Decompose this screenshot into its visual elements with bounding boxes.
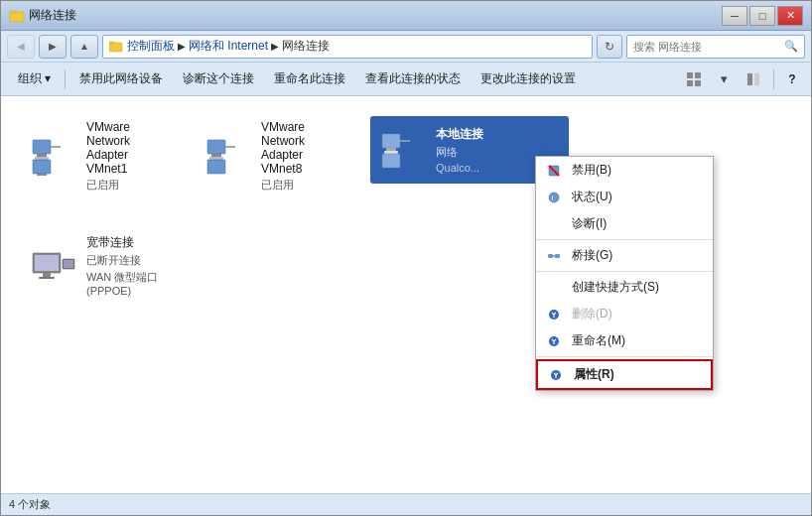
title-bar-left: 网络连接 — [9, 7, 76, 24]
up-button[interactable]: ▲ — [70, 35, 98, 59]
svg-rect-8 — [747, 73, 752, 85]
breadcrumb-icon — [109, 41, 123, 53]
details-panel-button[interactable] — [741, 67, 766, 91]
svg-point-34 — [549, 193, 559, 202]
vmnet8-status: 已启用 — [261, 178, 346, 193]
svg-rect-0 — [10, 12, 24, 22]
svg-rect-1 — [10, 11, 16, 13]
toolbar-right: ▾ ? — [681, 66, 803, 92]
search-bar: 🔍 — [626, 35, 805, 59]
title-buttons: ─ □ ✕ — [722, 6, 803, 26]
ctx-rename-label: 重命名(M) — [572, 332, 625, 349]
breadcrumb-current: 网络连接 — [282, 38, 330, 55]
ctx-delete: 删除(D) — [536, 301, 713, 327]
search-icon: 🔍 — [784, 40, 798, 53]
svg-rect-19 — [207, 160, 225, 174]
ctx-bridge-label: 桥接(G) — [572, 247, 612, 264]
breadcrumb: 控制面板 ▶ 网络和 Internet ▶ 网络连接 — [102, 35, 593, 59]
view-status-button[interactable]: 查看此连接的状态 — [356, 66, 470, 92]
svg-rect-16 — [207, 140, 225, 154]
disable-network-button[interactable]: 禁用此网络设备 — [70, 66, 172, 92]
back-button[interactable]: ◀ — [7, 35, 35, 59]
ctx-sep-2 — [536, 271, 713, 272]
change-settings-button[interactable]: 更改此连接的设置 — [472, 66, 585, 92]
svg-rect-9 — [754, 73, 759, 85]
breadcrumb-sep-0: ▶ — [178, 41, 186, 52]
svg-text:i: i — [552, 194, 554, 202]
svg-rect-12 — [35, 157, 49, 160]
ctx-bridge[interactable]: 桥接(G) — [536, 242, 713, 269]
svg-rect-22 — [386, 148, 396, 151]
forward-button[interactable]: ▶ — [39, 35, 67, 59]
maximize-button[interactable]: □ — [749, 6, 775, 26]
rename-button[interactable]: 重命名此连接 — [265, 66, 354, 92]
svg-rect-37 — [555, 254, 560, 258]
refresh-icon: ↻ — [605, 40, 614, 54]
svg-rect-18 — [209, 157, 223, 160]
ctx-delete-icon — [546, 307, 562, 322]
local-detail: Qualco... — [436, 162, 483, 174]
panel-icon — [746, 72, 760, 86]
status-icon: i — [546, 190, 562, 205]
broadband-name: 宽带连接 — [86, 234, 172, 251]
svg-rect-11 — [37, 154, 47, 157]
content-area: VMware Network Adapter VMnet1 已启用 V — [1, 96, 811, 493]
ctx-status[interactable]: i 状态(U) — [536, 184, 713, 210]
status-bar: 4 个对象 — [1, 493, 811, 515]
network-item-broadband[interactable]: 宽带连接 已断开连接 WAN 微型端口 (PPPOE) — [21, 225, 180, 305]
ctx-disable[interactable]: 禁用(B) — [536, 157, 713, 184]
ctx-delete-label: 删除(D) — [572, 306, 612, 322]
forward-icon: ▶ — [49, 41, 57, 52]
svg-rect-23 — [384, 151, 398, 154]
local-icon — [378, 130, 426, 170]
view-dropdown-button[interactable]: ▾ — [711, 67, 737, 91]
svg-rect-27 — [35, 255, 59, 271]
ctx-shortcut[interactable]: 创建快捷方式(S) — [536, 274, 713, 301]
view-toggle-button[interactable] — [681, 67, 707, 91]
vmnet1-info: VMware Network Adapter VMnet1 已启用 — [86, 120, 172, 193]
ctx-properties[interactable]: 属性(R) — [536, 359, 713, 390]
main-window: 网络连接 ─ □ ✕ ◀ ▶ ▲ 控制面板 ▶ 网络和 Internet ▶ — [0, 0, 812, 516]
close-button[interactable]: ✕ — [777, 6, 803, 26]
ctx-shortcut-label: 创建快捷方式(S) — [572, 279, 659, 296]
ctx-rename-icon — [546, 333, 562, 349]
ctx-properties-label: 属性(R) — [574, 366, 614, 383]
help-button[interactable]: ? — [781, 66, 803, 92]
network-item-vmnet8[interactable]: VMware Network Adapter VMnet8 已启用 — [196, 116, 354, 195]
search-input[interactable] — [633, 41, 784, 53]
ctx-disable-label: 禁用(B) — [572, 162, 611, 179]
context-menu: 禁用(B) i 状态(U) 诊断(I) 桥接(G) 创建快捷方式(S) — [535, 156, 714, 391]
toolbar-separator-2 — [773, 69, 774, 89]
svg-rect-14 — [37, 174, 47, 176]
organize-button[interactable]: 组织 ▾ — [9, 66, 60, 92]
svg-rect-2 — [109, 43, 122, 52]
window-title: 网络连接 — [29, 7, 76, 24]
network-item-vmnet1[interactable]: VMware Network Adapter VMnet1 已启用 — [21, 116, 180, 195]
minimize-button[interactable]: ─ — [722, 6, 747, 26]
vmnet8-info: VMware Network Adapter VMnet8 已启用 — [261, 120, 346, 193]
local-name: 本地连接 — [436, 126, 483, 143]
ctx-rename[interactable]: 重命名(M) — [536, 327, 713, 354]
broadband-info: 宽带连接 已断开连接 WAN 微型端口 (PPPOE) — [86, 234, 172, 297]
refresh-button[interactable]: ↻ — [597, 35, 622, 59]
ctx-status-label: 状态(U) — [572, 189, 612, 205]
address-bar: ◀ ▶ ▲ 控制面板 ▶ 网络和 Internet ▶ 网络连接 ↻ 🔍 — [1, 31, 811, 63]
breadcrumb-item-0[interactable]: 控制面板 — [127, 38, 175, 55]
ctx-diagnose[interactable]: 诊断(I) — [536, 210, 713, 237]
toolbar: 组织 ▾ 禁用此网络设备 诊断这个连接 重命名此连接 查看此连接的状态 更改此连… — [1, 63, 811, 96]
svg-rect-36 — [548, 254, 553, 258]
breadcrumb-item-1[interactable]: 网络和 Internet — [189, 38, 268, 55]
breadcrumb-sep-1: ▶ — [271, 41, 279, 52]
svg-rect-10 — [33, 140, 51, 154]
broadband-detail: WAN 微型端口 (PPPOE) — [86, 270, 172, 297]
svg-rect-6 — [687, 80, 693, 86]
ctx-sep-1 — [536, 239, 713, 240]
local-network: 网络 — [436, 145, 483, 160]
title-bar: 网络连接 ─ □ ✕ — [1, 1, 811, 31]
ctx-sep-3 — [536, 356, 713, 357]
svg-rect-31 — [64, 260, 73, 268]
svg-rect-4 — [687, 72, 693, 78]
broadband-icon — [29, 245, 76, 285]
diagnose-button[interactable]: 诊断这个连接 — [174, 66, 263, 92]
local-info: 本地连接 网络 Qualco... — [436, 126, 483, 174]
